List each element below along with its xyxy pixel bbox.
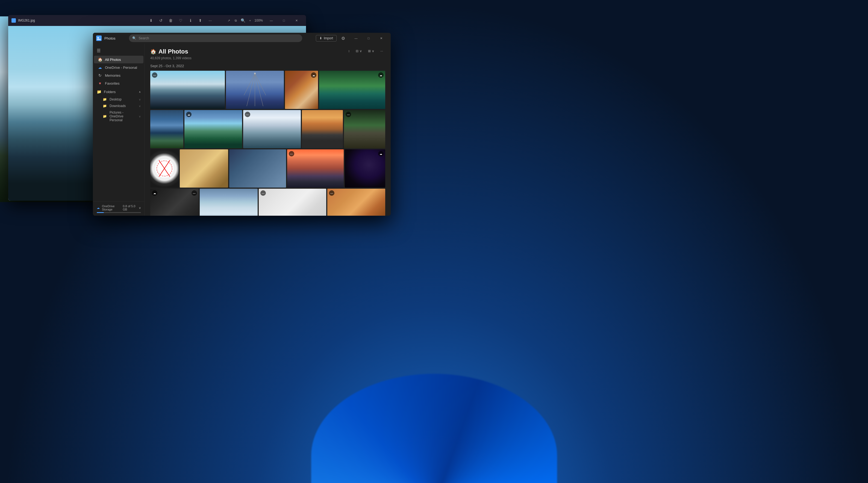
photos-logo-icon [96,35,102,41]
photo-pasta-bg [180,149,228,188]
photo-item-1[interactable]: — [150,71,225,109]
photo-select-badge-18: — [329,190,334,196]
save-tool-btn[interactable]: ⬇ [148,18,154,23]
onedrive-storage-icon: ☁ [97,206,100,210]
view-chevron: ∨ [372,49,374,53]
photo-item-6[interactable]: ☁ [184,110,242,148]
sidebar-item-pictures-onedrive[interactable]: 📁 Pictures - OneDrive Personal ∨ [93,109,145,123]
photo-item-16[interactable] [200,189,258,216]
image-viewer-toolbar: ⬇ ↺ 🗑 ♡ ℹ ⬆ ··· [148,18,213,23]
svg-line-5 [244,73,255,95]
onedrive-storage-indicator: ☁ OneDrive Storage 0.8 of 5.0 GB ∨ [93,201,145,216]
sidebar-all-photos-label: All Photos [105,58,121,62]
photo-select-badge-1: — [152,72,157,78]
more-options-button[interactable]: ··· [378,48,385,54]
view-button[interactable]: ⊞ ∨ [366,48,376,54]
sidebar-favorites-label: Favorites [105,82,119,86]
photo-item-9[interactable]: — [344,110,385,148]
import-icon: ⬇ [319,36,322,40]
sidebar-onedrive-label: OneDrive - Personal [105,66,137,70]
image-viewer-close-btn[interactable]: ✕ [290,15,303,26]
photos-body: ☰ 🏠 All Photos ☁ OneDrive - Personal ↻ M… [93,44,391,216]
svg-point-1 [97,37,99,38]
photo-select-badge-15: ☁ [152,190,157,196]
folders-icon: 📁 [97,90,101,94]
photo-white-bg [259,189,326,216]
photos-sidebar: ☰ 🏠 All Photos ☁ OneDrive - Personal ↻ M… [93,44,145,216]
search-icon: 🔍 [132,36,136,40]
photo-select-badge-13: — [289,151,294,156]
sidebar-item-favorites[interactable]: ♥ Favorites [94,79,144,87]
desktop-expand-icon: ∨ [139,98,141,101]
expand-icon[interactable]: ↗ [226,18,231,23]
photo-item-4[interactable]: ☁ [319,71,385,109]
photo-item-5[interactable] [150,110,183,148]
sidebar-item-memories[interactable]: ↻ Memories [94,71,144,79]
photo-stormy-sea-bg [229,149,286,188]
photos-close-btn[interactable]: ✕ [375,33,388,44]
photo-item-3[interactable]: ☁ [285,71,318,109]
photos-main-content: 🏠 All Photos 40,639 photos, 1,399 videos… [145,44,391,216]
crop-icon[interactable]: ⧉ [233,18,239,23]
storage-amount: 0.8 of 5.0 GB [123,204,136,211]
photo-item-17[interactable]: — [259,189,326,216]
zoom-in-icon[interactable]: + [247,18,253,23]
info-tool-btn[interactable]: ℹ [188,18,193,23]
image-viewer-title: IMG261.jpg [18,19,146,22]
downloads-folder-icon: 📁 [103,104,107,108]
sidebar-item-desktop[interactable]: 📁 Desktop ∨ [93,96,145,103]
photo-item-2[interactable] [226,71,284,109]
sidebar-item-all-photos[interactable]: 🏠 All Photos [94,56,144,63]
image-viewer-minimize-btn[interactable]: — [265,15,278,26]
favorites-icon: ♥ [98,81,102,86]
image-viewer-maximize-btn[interactable]: □ [278,15,290,26]
sort-button[interactable]: ↕ [346,48,352,54]
settings-button[interactable]: ⚙ [339,34,347,42]
pictures-onedrive-folder-icon: 📁 [103,115,107,118]
photo-item-7[interactable]: — [243,110,301,148]
wallpaper-bloom [311,374,557,483]
photos-maximize-btn[interactable]: □ [362,33,375,44]
zoom-out-icon[interactable]: 🔍 [240,18,246,23]
photo-ocean-coast-bg [150,110,183,148]
sidebar-item-downloads[interactable]: 📁 Downloads ∨ [93,103,145,109]
more-tool-btn[interactable]: ··· [207,18,213,23]
sidebar-folders-section[interactable]: 📁 Folders ∧ [93,87,145,96]
photo-select-badge-6: ☁ [186,112,191,117]
photo-plate-red-bg [150,149,179,188]
photo-select-badge-7: — [245,112,250,117]
storage-fill [97,212,104,213]
photo-item-11[interactable] [180,149,228,188]
delete-tool-btn[interactable]: 🗑 [168,18,174,23]
rotate-tool-btn[interactable]: ↺ [158,18,164,23]
folders-expand-icon: ∧ [139,90,141,93]
photos-count-text: 40,639 photos, 1,399 videos [150,56,346,60]
svg-point-7 [254,73,256,74]
photo-item-14[interactable]: ☁ [345,149,385,188]
import-button[interactable]: ⬇ Import [316,35,337,41]
photo-item-10[interactable] [150,149,179,188]
favorite-tool-btn[interactable]: ♡ [178,18,183,23]
sidebar-item-onedrive[interactable]: ☁ OneDrive - Personal [94,64,144,71]
photo-autumn-field-bg [302,110,343,148]
filter-button[interactable]: ⊟ ∨ [353,48,364,54]
photos-window-controls: — □ ✕ [350,33,388,44]
photo-item-18[interactable]: — [327,189,385,216]
photo-item-12[interactable] [229,149,286,188]
photo-item-8[interactable] [302,110,343,148]
photo-item-15[interactable]: ☁ — [150,189,198,216]
filter-icon: ⊟ [356,49,359,53]
photos-search-bar[interactable]: 🔍 Search [129,34,302,42]
storage-expand-icon: ∨ [139,206,141,210]
photo-row-3: — ☁ [150,149,385,188]
photo-badge-right-3: ☁ [311,72,316,78]
photo-forest-railway-bg [319,71,385,109]
share-tool-btn[interactable]: ⬆ [197,18,203,23]
date-range-label: Sept 25 - Oct 3, 2022 [150,64,385,68]
photos-minimize-btn[interactable]: — [350,33,362,44]
sidebar-folders-label: Folders [104,90,116,94]
view-icon: ⊞ [368,49,371,53]
photos-header-left: 🏠 All Photos 40,639 photos, 1,399 videos [150,48,346,62]
photo-item-13[interactable]: — [287,149,344,188]
sidebar-hamburger-btn[interactable]: ☰ [93,46,145,56]
